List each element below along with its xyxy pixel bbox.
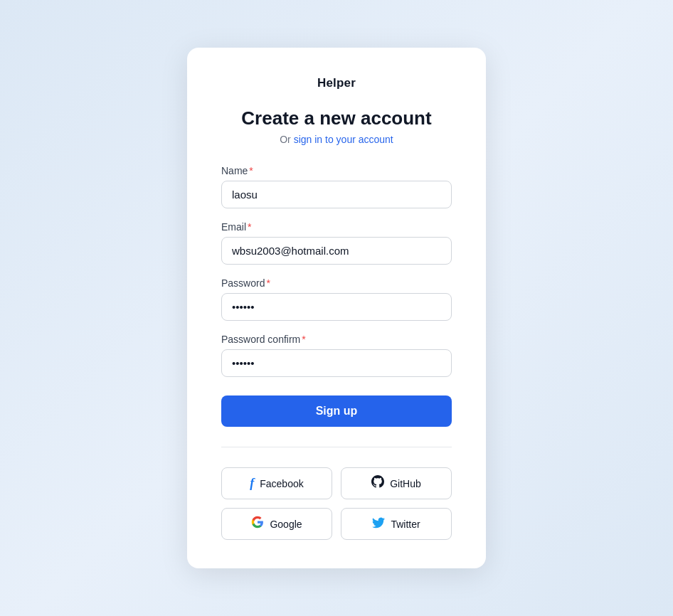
google-icon bbox=[251, 516, 264, 532]
app-title: Helper bbox=[221, 76, 452, 90]
sub-text: Or sign in to your account bbox=[221, 134, 452, 145]
twitter-button[interactable]: Twitter bbox=[341, 508, 452, 540]
email-required-star: * bbox=[248, 221, 251, 233]
sign-in-link[interactable]: sign in to your account bbox=[294, 134, 393, 145]
facebook-icon: f bbox=[250, 476, 254, 491]
github-icon bbox=[371, 475, 384, 492]
google-button[interactable]: Google bbox=[221, 508, 332, 540]
signup-form: Name* Email* Password* Password confirm*… bbox=[221, 165, 452, 427]
twitter-icon bbox=[372, 516, 385, 532]
password-required-star: * bbox=[266, 277, 270, 289]
password-confirm-input[interactable] bbox=[221, 349, 452, 377]
signup-card: Helper Create a new account Or sign in t… bbox=[187, 48, 486, 568]
google-label: Google bbox=[270, 519, 302, 530]
password-field-group: Password* bbox=[221, 277, 452, 321]
password-confirm-label: Password confirm* bbox=[221, 334, 452, 345]
email-input[interactable] bbox=[221, 237, 452, 265]
github-label: GitHub bbox=[390, 478, 421, 489]
name-required-star: * bbox=[249, 165, 253, 176]
page-heading: Create a new account bbox=[221, 107, 452, 129]
social-buttons-grid: f Facebook GitHub Google bbox=[221, 467, 452, 540]
github-button[interactable]: GitHub bbox=[341, 467, 452, 499]
password-input[interactable] bbox=[221, 293, 452, 321]
name-label: Name* bbox=[221, 165, 452, 176]
signup-button[interactable]: Sign up bbox=[221, 395, 452, 427]
password-label: Password* bbox=[221, 277, 452, 289]
facebook-button[interactable]: f Facebook bbox=[221, 467, 332, 499]
password-confirm-required-star: * bbox=[302, 334, 305, 345]
twitter-label: Twitter bbox=[391, 519, 420, 530]
divider bbox=[221, 447, 452, 447]
password-confirm-field-group: Password confirm* bbox=[221, 334, 452, 377]
name-input[interactable] bbox=[221, 181, 452, 208]
facebook-label: Facebook bbox=[260, 478, 303, 489]
email-field-group: Email* bbox=[221, 221, 452, 265]
name-field-group: Name* bbox=[221, 165, 452, 208]
email-label: Email* bbox=[221, 221, 452, 233]
